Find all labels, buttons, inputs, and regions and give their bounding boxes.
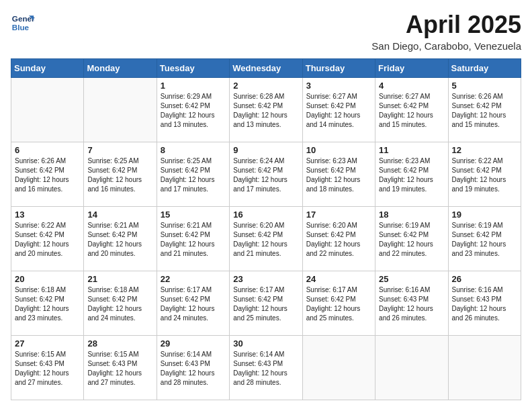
svg-text:Blue: Blue (12, 23, 30, 32)
cell-info: Sunrise: 6:19 AMSunset: 6:42 PMDaylight:… (379, 221, 444, 259)
cell-info: Sunrise: 6:27 AMSunset: 6:42 PMDaylight:… (306, 92, 371, 130)
calendar-cell: 30Sunrise: 6:14 AMSunset: 6:43 PMDayligh… (230, 336, 302, 400)
day-number: 4 (379, 81, 444, 91)
cell-info: Sunrise: 6:21 AMSunset: 6:42 PMDaylight:… (161, 221, 226, 259)
cell-info: Sunrise: 6:26 AMSunset: 6:42 PMDaylight:… (15, 156, 80, 194)
day-number: 23 (233, 274, 298, 284)
day-number: 27 (15, 338, 80, 349)
calendar-cell: 20Sunrise: 6:18 AMSunset: 6:42 PMDayligh… (11, 271, 84, 336)
cell-info: Sunrise: 6:19 AMSunset: 6:42 PMDaylight:… (452, 221, 517, 259)
calendar-cell: 14Sunrise: 6:21 AMSunset: 6:42 PMDayligh… (84, 207, 157, 271)
title-block: April 2025 San Diego, Carabobo, Venezuel… (371, 11, 521, 52)
calendar-cell: 7Sunrise: 6:25 AMSunset: 6:42 PMDaylight… (84, 142, 157, 207)
cell-info: Sunrise: 6:17 AMSunset: 6:42 PMDaylight:… (306, 285, 371, 323)
day-number: 3 (306, 81, 371, 91)
day-number: 1 (161, 81, 226, 91)
day-of-week-header: Saturday (448, 59, 521, 78)
day-number: 10 (306, 145, 371, 155)
cell-info: Sunrise: 6:23 AMSunset: 6:42 PMDaylight:… (306, 156, 371, 194)
day-number: 13 (15, 210, 80, 220)
cell-info: Sunrise: 6:28 AMSunset: 6:42 PMDaylight:… (233, 92, 298, 130)
day-number: 17 (306, 210, 371, 220)
day-number: 14 (87, 210, 152, 220)
day-of-week-header: Monday (84, 59, 157, 78)
calendar-cell: 24Sunrise: 6:17 AMSunset: 6:42 PMDayligh… (302, 271, 375, 336)
day-number: 15 (161, 210, 226, 220)
cell-info: Sunrise: 6:16 AMSunset: 6:43 PMDaylight:… (452, 285, 517, 323)
cell-info: Sunrise: 6:18 AMSunset: 6:42 PMDaylight:… (87, 285, 152, 323)
cell-info: Sunrise: 6:22 AMSunset: 6:42 PMDaylight:… (15, 221, 80, 259)
cell-info: Sunrise: 6:20 AMSunset: 6:42 PMDaylight:… (306, 221, 371, 259)
cell-info: Sunrise: 6:26 AMSunset: 6:42 PMDaylight:… (452, 92, 517, 130)
calendar-week-row: 13Sunrise: 6:22 AMSunset: 6:42 PMDayligh… (11, 207, 521, 271)
day-number: 22 (161, 274, 226, 284)
day-number: 29 (161, 338, 226, 349)
cell-info: Sunrise: 6:14 AMSunset: 6:43 PMDaylight:… (161, 350, 226, 387)
cell-info: Sunrise: 6:23 AMSunset: 6:42 PMDaylight:… (379, 156, 444, 194)
day-number: 24 (306, 274, 371, 284)
day-number: 21 (87, 274, 152, 284)
calendar-cell: 27Sunrise: 6:15 AMSunset: 6:43 PMDayligh… (11, 336, 84, 400)
calendar-cell: 19Sunrise: 6:19 AMSunset: 6:42 PMDayligh… (448, 207, 521, 271)
cell-info: Sunrise: 6:16 AMSunset: 6:43 PMDaylight:… (379, 285, 444, 323)
day-number: 30 (233, 338, 298, 349)
cell-info: Sunrise: 6:22 AMSunset: 6:42 PMDaylight:… (452, 156, 517, 194)
cell-info: Sunrise: 6:18 AMSunset: 6:42 PMDaylight:… (15, 285, 80, 323)
cell-info: Sunrise: 6:29 AMSunset: 6:42 PMDaylight:… (161, 92, 226, 130)
calendar-cell: 18Sunrise: 6:19 AMSunset: 6:42 PMDayligh… (375, 207, 448, 271)
calendar-cell: 21Sunrise: 6:18 AMSunset: 6:42 PMDayligh… (84, 271, 157, 336)
cell-info: Sunrise: 6:14 AMSunset: 6:43 PMDaylight:… (233, 350, 298, 387)
calendar-week-row: 1Sunrise: 6:29 AMSunset: 6:42 PMDaylight… (11, 78, 521, 142)
calendar-cell: 5Sunrise: 6:26 AMSunset: 6:42 PMDaylight… (448, 78, 521, 142)
calendar-cell: 2Sunrise: 6:28 AMSunset: 6:42 PMDaylight… (230, 78, 302, 142)
day-number: 6 (15, 145, 80, 155)
cell-info: Sunrise: 6:25 AMSunset: 6:42 PMDaylight:… (87, 156, 152, 194)
cell-info: Sunrise: 6:21 AMSunset: 6:42 PMDaylight:… (87, 221, 152, 259)
calendar-cell: 13Sunrise: 6:22 AMSunset: 6:42 PMDayligh… (11, 207, 84, 271)
cell-info: Sunrise: 6:27 AMSunset: 6:42 PMDaylight:… (379, 92, 444, 130)
cell-info: Sunrise: 6:20 AMSunset: 6:42 PMDaylight:… (233, 221, 298, 259)
day-number: 20 (15, 274, 80, 284)
day-number: 28 (87, 338, 152, 349)
day-of-week-header: Sunday (11, 59, 84, 78)
day-of-week-header: Wednesday (230, 59, 302, 78)
svg-text:General: General (12, 14, 35, 23)
header: General Blue April 2025 San Diego, Carab… (11, 11, 521, 52)
day-number: 19 (452, 210, 517, 220)
cell-info: Sunrise: 6:25 AMSunset: 6:42 PMDaylight:… (161, 156, 226, 194)
day-number: 16 (233, 210, 298, 220)
calendar-cell (375, 336, 448, 400)
day-number: 8 (161, 145, 226, 155)
day-of-week-header: Friday (375, 59, 448, 78)
day-of-week-header: Thursday (302, 59, 375, 78)
cell-info: Sunrise: 6:17 AMSunset: 6:42 PMDaylight:… (161, 285, 226, 323)
location: San Diego, Carabobo, Venezuela (371, 40, 521, 52)
calendar-table: SundayMondayTuesdayWednesdayThursdayFrid… (11, 58, 521, 400)
calendar-week-row: 27Sunrise: 6:15 AMSunset: 6:43 PMDayligh… (11, 336, 521, 400)
day-number: 25 (379, 274, 444, 284)
calendar-cell: 8Sunrise: 6:25 AMSunset: 6:42 PMDaylight… (157, 142, 229, 207)
page: General Blue April 2025 San Diego, Carab… (0, 0, 532, 411)
day-number: 5 (452, 81, 517, 91)
calendar-cell: 9Sunrise: 6:24 AMSunset: 6:42 PMDaylight… (230, 142, 302, 207)
cell-info: Sunrise: 6:17 AMSunset: 6:42 PMDaylight:… (233, 285, 298, 323)
calendar-week-row: 6Sunrise: 6:26 AMSunset: 6:42 PMDaylight… (11, 142, 521, 207)
calendar-cell: 25Sunrise: 6:16 AMSunset: 6:43 PMDayligh… (375, 271, 448, 336)
calendar-cell: 15Sunrise: 6:21 AMSunset: 6:42 PMDayligh… (157, 207, 229, 271)
day-number: 11 (379, 145, 444, 155)
calendar-cell: 22Sunrise: 6:17 AMSunset: 6:42 PMDayligh… (157, 271, 229, 336)
logo: General Blue (11, 11, 35, 35)
calendar-cell (84, 78, 157, 142)
calendar-cell: 28Sunrise: 6:15 AMSunset: 6:43 PMDayligh… (84, 336, 157, 400)
calendar-cell: 26Sunrise: 6:16 AMSunset: 6:43 PMDayligh… (448, 271, 521, 336)
day-number: 7 (87, 145, 152, 155)
calendar-cell: 3Sunrise: 6:27 AMSunset: 6:42 PMDaylight… (302, 78, 375, 142)
calendar-cell: 17Sunrise: 6:20 AMSunset: 6:42 PMDayligh… (302, 207, 375, 271)
calendar-cell: 11Sunrise: 6:23 AMSunset: 6:42 PMDayligh… (375, 142, 448, 207)
cell-info: Sunrise: 6:15 AMSunset: 6:43 PMDaylight:… (87, 350, 152, 387)
day-number: 26 (452, 274, 517, 284)
day-number: 18 (379, 210, 444, 220)
calendar-cell: 1Sunrise: 6:29 AMSunset: 6:42 PMDaylight… (157, 78, 229, 142)
day-number: 9 (233, 145, 298, 155)
calendar-cell: 29Sunrise: 6:14 AMSunset: 6:43 PMDayligh… (157, 336, 229, 400)
